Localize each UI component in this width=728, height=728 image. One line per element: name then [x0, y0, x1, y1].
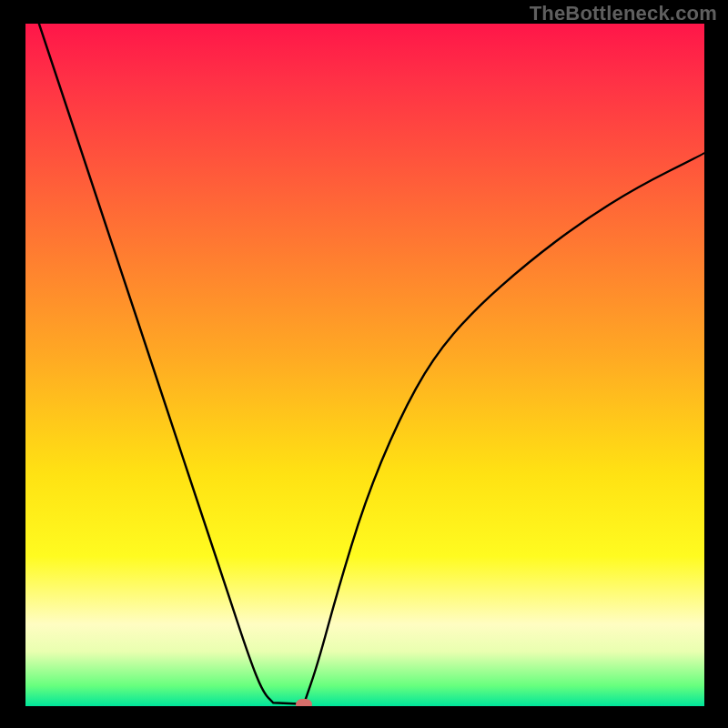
chart-frame: TheBottleneck.com: [0, 0, 728, 728]
watermark-text: TheBottleneck.com: [530, 2, 717, 25]
plot-area: [25, 24, 704, 706]
bottleneck-curve: [25, 24, 704, 706]
minimum-marker: [296, 699, 312, 706]
